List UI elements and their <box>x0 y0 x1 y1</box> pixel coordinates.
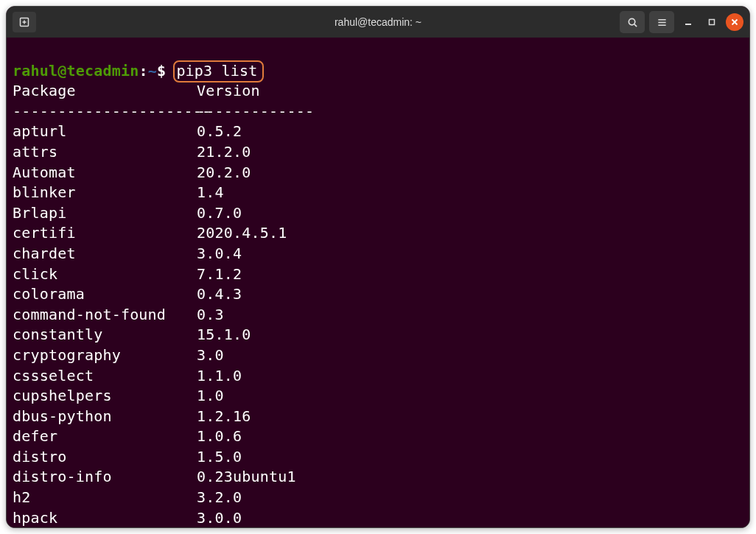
prompt-user-host: rahul@tecadmin <box>13 62 139 80</box>
terminal-body[interactable]: rahul@tecadmin:~$ pip3 list PackageVersi… <box>7 38 749 528</box>
menu-button[interactable] <box>649 11 674 33</box>
package-name: chardet <box>13 244 197 264</box>
package-version: 1.0.6 <box>197 426 242 447</box>
package-version: 1.0 <box>197 386 224 407</box>
new-tab-button[interactable] <box>13 12 36 32</box>
package-name: colorama <box>13 284 197 305</box>
titlebar-right <box>620 11 743 33</box>
package-version: 7.1.2 <box>197 264 242 285</box>
package-version: 3.0 <box>197 345 224 366</box>
search-button[interactable] <box>620 11 645 33</box>
svg-point-3 <box>629 18 634 24</box>
prompt-separator: : <box>139 62 147 80</box>
header-package: Package <box>13 81 197 102</box>
close-icon <box>731 18 738 26</box>
package-name: hpack <box>13 508 197 528</box>
maximize-button[interactable] <box>702 13 721 32</box>
package-version: 0.3 <box>197 305 224 326</box>
package-version: 2020.4.5.1 <box>197 223 287 244</box>
prompt-path: ~ <box>148 62 157 80</box>
package-name: dbus-python <box>13 407 197 427</box>
package-name: defer <box>13 426 197 447</box>
package-name: blinker <box>13 183 197 203</box>
hamburger-icon <box>657 17 668 28</box>
svg-line-4 <box>634 24 636 26</box>
command-highlight: pip3 list <box>173 60 263 82</box>
package-name: Brlapi <box>13 203 197 224</box>
terminal-window: rahul@tecadmin: ~ <box>6 6 750 528</box>
package-version: 1.5.0 <box>197 447 242 468</box>
package-version: 1.4 <box>197 183 224 203</box>
prompt-symbol: $ <box>157 62 166 80</box>
package-version: 15.1.0 <box>197 325 251 345</box>
close-button[interactable] <box>726 13 743 31</box>
package-version: 20.2.0 <box>197 163 251 183</box>
package-version: 3.2.0 <box>197 488 242 508</box>
package-name: cryptography <box>13 345 197 366</box>
package-version: 0.4.3 <box>197 284 242 305</box>
header-version: Version <box>197 81 260 102</box>
package-version: 1.2.16 <box>197 407 251 427</box>
titlebar-left <box>13 12 36 32</box>
package-name: constantly <box>13 325 197 345</box>
divider-right: ------------- <box>197 102 314 122</box>
package-version: 0.7.0 <box>197 203 242 224</box>
new-tab-icon <box>18 16 30 28</box>
maximize-icon <box>707 18 716 27</box>
package-name: apturl <box>13 122 197 142</box>
package-name: cupshelpers <box>13 386 197 407</box>
package-name: distro-info <box>13 467 197 488</box>
minimize-button[interactable] <box>679 13 698 32</box>
window-title: rahul@tecadmin: ~ <box>335 16 421 28</box>
package-name: Automat <box>13 163 197 183</box>
package-name: distro <box>13 447 197 468</box>
divider-left: ---------------------- <box>13 102 197 122</box>
package-name: attrs <box>13 142 197 163</box>
package-version: 1.1.0 <box>197 366 242 387</box>
package-name: command-not-found <box>13 305 197 326</box>
package-version: 3.0.4 <box>197 244 242 264</box>
search-icon <box>627 17 638 28</box>
package-version: 21.2.0 <box>197 142 251 163</box>
package-version: 0.5.2 <box>197 122 242 142</box>
minimize-icon <box>684 18 693 27</box>
svg-rect-9 <box>710 20 715 25</box>
package-version: 0.23ubuntu1 <box>197 467 296 488</box>
command-text: pip3 list <box>176 62 257 80</box>
package-version: 3.0.0 <box>197 508 242 528</box>
titlebar: rahul@tecadmin: ~ <box>7 7 749 38</box>
package-name: cssselect <box>13 366 197 387</box>
package-name: certifi <box>13 223 197 244</box>
package-name: click <box>13 264 197 285</box>
package-name: h2 <box>13 488 197 508</box>
